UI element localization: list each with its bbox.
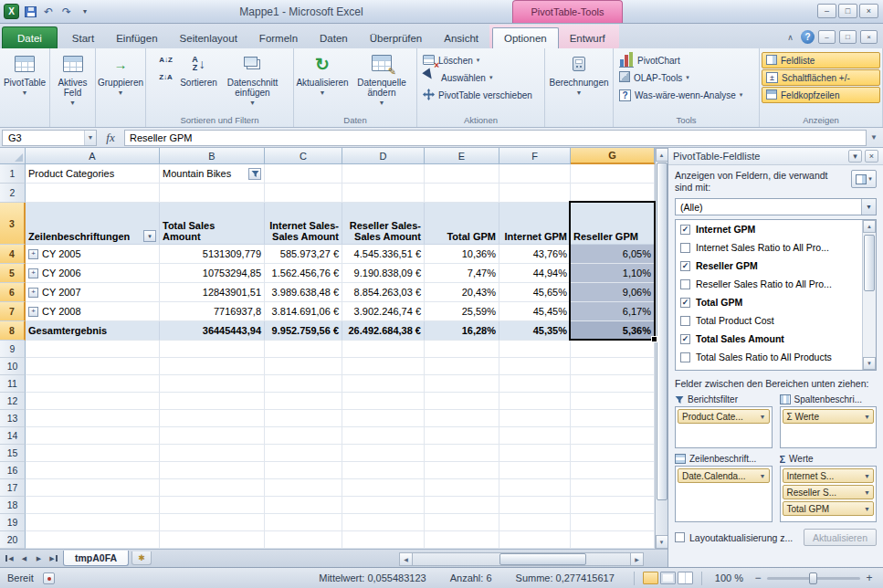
- button-olap-tools[interactable]: OLAP-Tools▾: [615, 69, 757, 86]
- cell-G19[interactable]: [571, 514, 655, 531]
- update-button[interactable]: Aktualisieren: [804, 529, 877, 546]
- cell-A11[interactable]: [26, 375, 160, 393]
- button-berechnungen[interactable]: Berechnungen▼: [548, 49, 609, 113]
- formula-input[interactable]: Reseller GPM: [124, 130, 867, 146]
- field-dropdown-icon[interactable]: ▼: [864, 489, 870, 496]
- tab-einf-gen[interactable]: Einfügen: [105, 28, 168, 48]
- cell-F8[interactable]: 45,35%: [499, 321, 571, 341]
- button-aktives-feld[interactable]: Aktives Feld▼: [52, 49, 94, 113]
- cell-D3[interactable]: Reseller Sales-Sales Amount: [342, 203, 425, 245]
- cell-C18[interactable]: [265, 497, 342, 514]
- redo-button[interactable]: ↷: [59, 5, 74, 19]
- cell-C6[interactable]: 3.989.638,48 €: [265, 283, 342, 302]
- cell-G20[interactable]: [571, 531, 655, 549]
- row-header-15[interactable]: 15: [0, 445, 26, 462]
- tab-optionen[interactable]: Optionen: [492, 27, 559, 48]
- cell-G15[interactable]: [571, 445, 655, 462]
- cell-B14[interactable]: [160, 427, 265, 445]
- cell-B13[interactable]: [160, 410, 265, 427]
- cell-F10[interactable]: [499, 358, 571, 375]
- cell-D19[interactable]: [342, 514, 425, 531]
- cell-F12[interactable]: [499, 393, 571, 410]
- button-pivottable[interactable]: PivotTable▼: [3, 49, 47, 113]
- column-header-F[interactable]: F: [499, 148, 571, 164]
- cell-D9[interactable]: [342, 341, 425, 358]
- scroll-down-icon[interactable]: ▼: [656, 535, 668, 549]
- button-l-schen[interactable]: ×Löschen▾: [419, 52, 542, 68]
- sort-ascending-button[interactable]: A↓Z: [155, 52, 177, 67]
- cell-A6[interactable]: +CY 2007: [26, 283, 160, 302]
- cell-C9[interactable]: [265, 341, 342, 358]
- cell-C16[interactable]: [265, 462, 342, 479]
- page-filter-button[interactable]: [248, 168, 261, 180]
- row-header-12[interactable]: 12: [0, 393, 26, 410]
- cell-G9[interactable]: [571, 341, 655, 358]
- button-pivottable-verschieben[interactable]: PivotTable verschieben: [419, 87, 542, 103]
- field-dropdown-icon[interactable]: ▼: [864, 506, 870, 512]
- field-item-internet-sales-ratio-to-all-pro[interactable]: Internet Sales Ratio to All Pro...: [676, 238, 876, 257]
- tab-seitenlayout[interactable]: Seitenlayout: [169, 28, 248, 48]
- cell-E12[interactable]: [425, 393, 499, 410]
- cell-F13[interactable]: [499, 410, 571, 427]
- row-header-16[interactable]: 16: [0, 462, 26, 479]
- column-header-D[interactable]: D: [342, 148, 425, 164]
- vertical-scrollbar[interactable]: ▲ ▼: [655, 148, 668, 549]
- cell-B11[interactable]: [160, 375, 265, 393]
- cell-F6[interactable]: 45,65%: [499, 283, 571, 302]
- cell-G12[interactable]: [571, 393, 655, 410]
- field-dropdown-icon[interactable]: ▼: [760, 414, 766, 420]
- cell-A18[interactable]: [26, 497, 160, 514]
- cell-D6[interactable]: 8.854.263,03 €: [342, 283, 425, 302]
- cell-F11[interactable]: [499, 375, 571, 393]
- cell-A20[interactable]: [26, 531, 160, 549]
- field-checkbox[interactable]: [680, 316, 690, 326]
- cell-C14[interactable]: [265, 427, 342, 445]
- cell-E18[interactable]: [425, 497, 499, 514]
- insert-worksheet-button[interactable]: ✱: [131, 551, 152, 565]
- horizontal-scrollbar[interactable]: ◀ ▶: [399, 551, 644, 566]
- cell-C7[interactable]: 3.814.691,06 €: [265, 302, 342, 321]
- field-item-total-sales-amount[interactable]: ✓Total Sales Amount: [676, 330, 876, 348]
- column-header-C[interactable]: C: [265, 148, 342, 164]
- cell-C13[interactable]: [265, 410, 342, 427]
- button-datenquelle-ndern[interactable]: ✎Datenquelle ändern▼: [349, 49, 415, 113]
- page-break-view-button[interactable]: [678, 572, 693, 584]
- cell-A14[interactable]: [26, 427, 160, 445]
- button-schaltfl-chen[interactable]: ±Schaltflächen +/-: [762, 69, 880, 86]
- row-header-17[interactable]: 17: [0, 479, 26, 497]
- help-icon[interactable]: ?: [801, 30, 815, 44]
- cell-B3[interactable]: Total Sales Amount: [160, 203, 265, 245]
- cell-A10[interactable]: [26, 358, 160, 375]
- cell-E6[interactable]: 20,43%: [425, 283, 499, 302]
- field-checkbox[interactable]: ✓: [680, 225, 690, 235]
- row-header-8[interactable]: 8: [0, 321, 26, 341]
- tab-daten[interactable]: Daten: [309, 28, 359, 48]
- row-header-5[interactable]: 5: [0, 264, 26, 283]
- cell-E1[interactable]: [425, 164, 499, 184]
- cell-F14[interactable]: [499, 427, 571, 445]
- cell-B20[interactable]: [160, 531, 265, 549]
- cell-F4[interactable]: 43,76%: [499, 245, 571, 264]
- zoom-slider[interactable]: [767, 577, 860, 580]
- maximize-button[interactable]: □: [838, 4, 857, 18]
- area-box-werte[interactable]: Internet S...▼Reseller S...▼Total GPM▼: [780, 466, 878, 522]
- cell-C5[interactable]: 1.562.456,76 €: [265, 264, 342, 283]
- insert-function-button[interactable]: fx: [97, 131, 124, 145]
- cell-G6[interactable]: 9,06%: [571, 283, 655, 302]
- row-labels-filter-button[interactable]: ▾: [143, 230, 156, 242]
- cell-B18[interactable]: [160, 497, 265, 514]
- cell-D14[interactable]: [342, 427, 425, 445]
- cell-E20[interactable]: [425, 531, 499, 549]
- vertical-scroll-thumb[interactable]: [657, 163, 668, 500]
- cell-G2[interactable]: [571, 184, 655, 203]
- expand-item-button[interactable]: +: [28, 249, 38, 259]
- cell-D13[interactable]: [342, 410, 425, 427]
- field-dropdown-icon[interactable]: ▼: [864, 473, 870, 479]
- button-gruppieren[interactable]: →Gruppieren▼: [98, 49, 143, 113]
- cell-B4[interactable]: 5131309,779: [160, 245, 265, 264]
- cell-F18[interactable]: [499, 497, 571, 514]
- row-header-9[interactable]: 9: [0, 341, 26, 358]
- area-field-total-gpm[interactable]: Total GPM▼: [783, 501, 875, 516]
- cell-E5[interactable]: 7,47%: [425, 264, 499, 283]
- cell-D2[interactable]: [342, 184, 425, 203]
